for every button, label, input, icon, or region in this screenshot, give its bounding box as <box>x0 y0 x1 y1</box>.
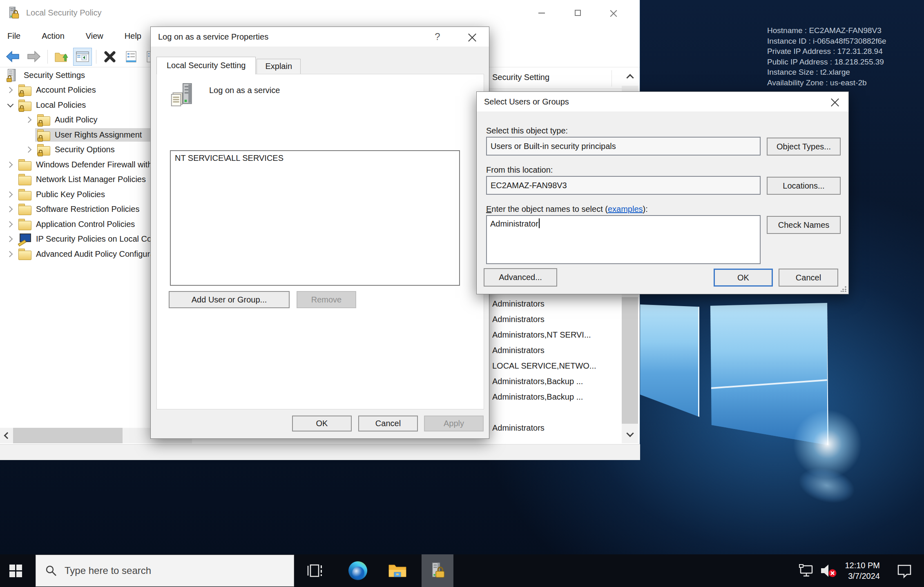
toolbar-separator <box>96 50 96 64</box>
window-controls <box>524 0 632 26</box>
toolbar-separator <box>47 50 48 64</box>
list-row[interactable]: Administrators,Backup ... <box>492 377 583 390</box>
file-explorer-icon <box>388 563 407 579</box>
resize-grip[interactable] <box>841 286 846 292</box>
title-bar[interactable]: Local Security Policy <box>0 0 640 26</box>
volume-muted-icon <box>819 563 838 579</box>
chevron-right-icon[interactable] <box>4 248 16 260</box>
tree-item-label: Security Options <box>55 145 115 154</box>
members-list-box[interactable]: NT SERVICE\ALL SERVICES <box>170 150 460 286</box>
column-divider[interactable] <box>612 70 612 87</box>
locations-button[interactable]: Locations... <box>767 177 841 195</box>
horizontal-scroll-thumb[interactable] <box>13 428 123 443</box>
cancel-button[interactable]: Cancel <box>358 416 418 431</box>
instance-info-block: Hostname : EC2AMAZ-FAN98V3 Instance ID :… <box>767 25 922 88</box>
network-tray-button[interactable] <box>797 554 817 587</box>
label-text: nter the object names to select ( <box>491 205 608 213</box>
chevron-right-icon[interactable] <box>4 158 16 171</box>
vertical-scroll-thumb[interactable] <box>622 297 638 424</box>
forward-arrow-icon <box>27 50 41 63</box>
close-icon <box>610 9 617 17</box>
volume-tray-button[interactable] <box>818 554 839 587</box>
menu-file[interactable]: File <box>7 31 20 41</box>
chevron-right-icon[interactable] <box>4 203 16 216</box>
tab-explain[interactable]: Explain <box>257 59 301 74</box>
tree-item-label: Network List Manager Policies <box>36 175 146 184</box>
list-row[interactable]: Administrators <box>492 423 545 436</box>
local-security-policy-taskbar-button[interactable] <box>422 554 453 587</box>
add-user-or-group-button[interactable]: Add User or Group... <box>169 291 290 308</box>
scroll-left-arrow[interactable] <box>0 428 13 443</box>
maximize-button[interactable] <box>560 0 596 26</box>
advanced-button[interactable]: Advanced... <box>484 268 557 287</box>
list-row[interactable]: Administrators <box>492 299 545 312</box>
folder-icon <box>18 249 33 260</box>
lock-badge-icon <box>7 78 12 82</box>
delete-button[interactable] <box>100 48 119 66</box>
lock-badge-icon <box>38 152 43 156</box>
up-one-level-button[interactable] <box>52 48 71 66</box>
list-row[interactable]: Administrators,NT SERVI... <box>492 330 591 343</box>
chevron-right-icon[interactable] <box>4 218 16 230</box>
close-button[interactable] <box>466 31 478 43</box>
forward-button[interactable] <box>25 48 43 66</box>
taskbar: 12:10 PM 3/7/2024 <box>0 554 924 587</box>
cancel-button[interactable]: Cancel <box>779 269 838 287</box>
chevron-down-icon[interactable] <box>4 99 16 111</box>
info-instance-id: Instance ID : i-065a48f5730882f6e <box>767 36 922 47</box>
ok-button[interactable]: OK <box>714 269 773 287</box>
start-button[interactable] <box>0 554 31 587</box>
examples-link[interactable]: examples <box>608 205 643 213</box>
list-row[interactable]: Administrators <box>492 315 545 328</box>
task-view-button[interactable] <box>303 554 327 587</box>
maximize-icon <box>575 10 581 16</box>
action-center-button[interactable] <box>893 554 916 587</box>
lock-badge-icon <box>38 122 43 127</box>
chevron-right-icon[interactable] <box>23 114 35 126</box>
apply-button: Apply <box>424 416 484 431</box>
properties-icon <box>124 50 138 63</box>
back-button[interactable] <box>3 48 22 66</box>
chevron-right-icon[interactable] <box>4 188 16 200</box>
minimize-icon <box>538 13 545 13</box>
column-header-security-setting[interactable]: Security Setting <box>492 73 549 82</box>
menu-view[interactable]: View <box>86 31 103 41</box>
chevron-right-icon[interactable] <box>4 233 16 245</box>
minimize-button[interactable] <box>524 0 560 26</box>
menu-help[interactable]: Help <box>125 31 141 41</box>
select-users-or-groups-dialog: Select Users or Groups Select this objec… <box>476 91 849 294</box>
chevron-right-icon[interactable] <box>4 84 16 96</box>
chevron-placeholder <box>23 129 35 141</box>
object-types-button[interactable]: Object Types... <box>767 138 841 156</box>
chevron-placeholder <box>4 173 16 186</box>
delete-x-icon <box>103 50 117 63</box>
chevron-right-icon[interactable] <box>23 144 35 156</box>
show-console-tree-button[interactable] <box>73 48 92 66</box>
member-item[interactable]: NT SERVICE\ALL SERVICES <box>175 153 455 163</box>
taskbar-clock[interactable]: 12:10 PM 3/7/2024 <box>837 554 881 587</box>
object-names-input[interactable]: Administrator <box>486 215 761 264</box>
help-button[interactable]: ? <box>431 30 444 43</box>
list-row[interactable]: Administrators,Backup ... <box>492 392 583 405</box>
lock-badge-icon <box>38 138 43 142</box>
tree-item-label: Application Control Policies <box>36 220 135 229</box>
ok-button[interactable]: OK <box>292 416 352 431</box>
list-row[interactable]: Administrators <box>492 346 545 359</box>
properties-button[interactable] <box>122 48 141 66</box>
taskbar-search[interactable] <box>36 555 294 587</box>
close-button[interactable] <box>596 0 632 26</box>
list-row[interactable]: LOCAL SERVICE,NETWO... <box>492 361 596 374</box>
search-input[interactable] <box>64 565 260 577</box>
menu-action[interactable]: Action <box>42 31 65 41</box>
scroll-down-arrow[interactable] <box>622 425 638 443</box>
edge-browser-button[interactable] <box>345 554 370 587</box>
screen: Hostname : EC2AMAZ-FAN98V3 Instance ID :… <box>0 0 924 587</box>
file-explorer-button[interactable] <box>385 554 410 587</box>
policy-name-label: Log on as a service <box>209 86 280 95</box>
dialog-title-bar[interactable]: Select Users or Groups <box>477 92 848 111</box>
tab-local-security-setting[interactable]: Local Security Setting <box>156 57 256 74</box>
scroll-up-arrow[interactable] <box>622 68 638 86</box>
task-view-icon <box>306 562 324 580</box>
check-names-button[interactable]: Check Names <box>767 216 841 234</box>
close-icon[interactable] <box>829 96 841 108</box>
